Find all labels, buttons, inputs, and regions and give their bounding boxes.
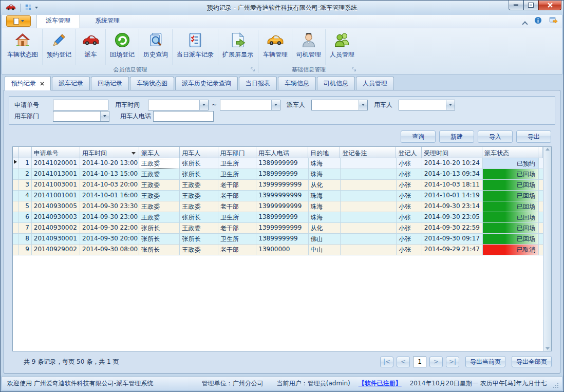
ribbon-button-dispatch[interactable]: 派车 [76,29,106,65]
cell-status[interactable]: 已回场 [483,201,539,212]
ribbon-button-vehicle-manage[interactable]: 车辆管理 [259,29,292,65]
license-link[interactable]: 【软件已注册】 [359,379,402,388]
cell-dispatcher[interactable]: 王政委 [139,169,180,180]
doc-tab-8[interactable]: 人员管理 [356,77,394,90]
cell-registrar[interactable]: 小张 [397,158,422,169]
cell-apply_no[interactable]: 20141013001 [32,169,80,180]
column-header-5[interactable]: 用车人电话 [256,147,308,158]
dropdown-icon[interactable] [446,100,455,110]
cell-department[interactable]: 老干部 [218,191,256,201]
cell-registrar[interactable]: 小张 [397,201,422,212]
cell-use_time[interactable]: 2014-09-30 08:00 [80,245,139,255]
application-menu-button[interactable] [6,15,31,27]
cell-remark[interactable] [341,180,397,191]
row-number-cell[interactable]: 3 [19,180,32,191]
row-indicator-cell[interactable] [13,180,19,191]
row-indicator-cell[interactable] [13,212,19,223]
ribbon-button-history-query[interactable]: 历史查询 [139,29,173,65]
cell-user[interactable]: 王政委 [180,201,218,212]
cell-destination[interactable]: 珠海 [309,201,341,212]
cell-user[interactable]: 张所长 [180,169,218,180]
cell-registrar[interactable]: 小张 [397,169,422,180]
use-time-to-combo[interactable] [220,100,280,110]
department-combo[interactable] [53,111,109,122]
doc-tab-6[interactable]: 车辆信息 [278,77,316,90]
dialog-launcher-icon[interactable] [251,67,255,73]
info-icon[interactable] [534,16,542,26]
doc-tab-5[interactable]: 当日报表 [239,77,277,90]
cell-apply_no[interactable]: 20141001001 [32,191,80,201]
column-header-6[interactable]: 目的地 [308,147,340,158]
column-header-2[interactable]: 派车人 [139,147,180,158]
doc-tab-1[interactable]: 派车记录 [52,77,90,90]
cell-apply_no[interactable]: 20140930002 [32,223,80,234]
cell-phone[interactable]: 1389999999 [256,169,308,180]
apply-no-input[interactable] [53,100,108,110]
cell-accept_time[interactable]: 2014-09-29 21:47 [422,245,483,255]
cell-registrar[interactable]: 小张 [397,245,422,255]
cell-dispatcher[interactable]: 王政委 [139,191,180,201]
scroll-down-icon[interactable] [546,347,550,350]
ribbon-button-today-dispatch-records[interactable]: 当日派车记录 [173,29,218,65]
ribbon-tab-dispatch[interactable]: 派车管理 [36,13,80,28]
dialog-launcher-icon[interactable] [352,67,356,73]
cell-accept_time[interactable]: 2014-10-13 09:34 [422,169,483,180]
query-button[interactable]: 查询 [401,130,436,143]
cell-registrar[interactable]: 小张 [397,223,422,234]
cell-accept_time[interactable]: 2014-10-20 10:24 [422,158,483,169]
cell-user[interactable]: 王政委 [180,245,218,255]
cell-status[interactable]: 已预约 [483,158,539,169]
cell-phone[interactable]: 1389999999 [256,234,308,245]
row-indicator-cell[interactable] [13,245,19,255]
row-indicator-cell[interactable] [13,201,19,212]
vertical-scrollbar[interactable] [543,147,551,351]
cell-status[interactable]: 已取消 [483,245,539,255]
row-number-cell[interactable]: 8 [19,234,32,245]
cell-registrar[interactable]: 小张 [397,180,422,191]
cell-department[interactable]: 老干部 [218,223,256,234]
grid-row-6[interactable]: 6201409300032014-09-30 23:00王政委张所长卫生所138… [13,212,543,223]
cell-use_time[interactable]: 2014-10-13 15:00 [80,169,139,180]
cell-accept_time[interactable]: 2014-09-30 23:14 [422,201,483,212]
doc-tab-0[interactable]: 预约记录 [5,76,51,90]
cell-accept_time[interactable]: 2014-09-30 09:17 [422,234,483,245]
cell-user[interactable]: 张所长 [180,212,218,223]
ribbon-button-driver-manage[interactable]: 司机管理 [292,29,326,65]
cell-accept_time[interactable]: 2014-09-30 23:05 [422,212,483,223]
cell-status[interactable]: 已回场 [483,191,539,201]
about-window-icon[interactable] [549,16,558,26]
row-number-cell[interactable]: 2 [19,169,32,180]
cell-remark[interactable] [341,245,397,255]
cell-registrar[interactable]: 小张 [397,234,422,245]
cell-apply_no[interactable]: 20140930001 [32,234,80,245]
grid-row-3[interactable]: 3201410030012014-10-03 20:00王政委王政委老干部139… [13,180,543,191]
cell-department[interactable]: 卫生所 [218,212,256,223]
row-number-cell[interactable]: 7 [19,223,32,234]
row-indicator-cell[interactable] [13,191,19,201]
cell-dispatcher[interactable]: 王政委 [139,201,180,212]
cell-destination[interactable]: 从化 [309,223,341,234]
ribbon-button-reservation[interactable]: 预约登记 [43,29,76,65]
cell-destination[interactable]: 珠海 [309,212,341,223]
export-current-page-button[interactable]: 导出当前页 [465,356,505,367]
import-button[interactable]: 导入 [478,130,513,143]
row-indicator-cell[interactable] [13,223,19,234]
cell-user[interactable]: 张所长 [180,234,218,245]
column-header-0[interactable]: 申请单号 [32,147,80,158]
cell-phone[interactable]: 1389999999 [256,212,308,223]
column-header-4[interactable]: 用车部门 [218,147,256,158]
cell-destination[interactable]: 珠海 [309,169,341,180]
cell-apply_no[interactable]: 20141020001 [32,158,80,169]
cell-dispatcher[interactable]: 王政委 [139,212,180,223]
ribbon-button-personnel-manage[interactable]: 人员管理 [326,29,359,65]
cell-use_time[interactable]: 2014-10-03 20:00 [80,180,139,191]
cell-dispatcher[interactable]: 王政委 [139,180,180,191]
row-indicator-cell[interactable] [13,169,19,180]
row-number-cell[interactable]: 1 [19,158,32,169]
page-number-input[interactable] [413,357,426,367]
cell-phone[interactable]: 1389999999 [256,158,308,169]
doc-tab-7[interactable]: 司机信息 [317,77,355,90]
grid-row-1[interactable]: 1201410200012014-10-20 13:00王政委张所长卫生所138… [13,158,543,169]
dropdown-icon[interactable] [359,100,367,110]
grid-row-8[interactable]: 8201409300012014-09-30 20:00张所长张所长卫生所138… [13,234,543,245]
